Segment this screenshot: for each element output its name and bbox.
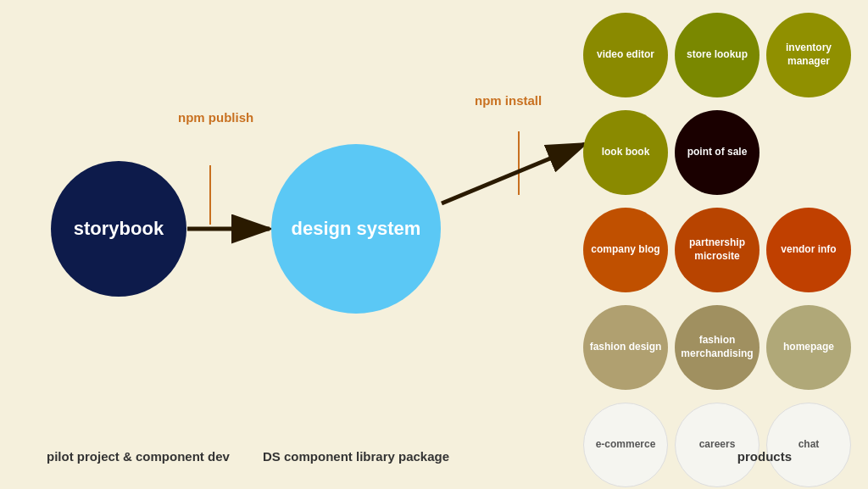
diagram-container: storybook npm publish design system npm … (0, 0, 868, 489)
design-system-label: design system (292, 218, 421, 240)
bubble-fashion-design: fashion design (583, 305, 668, 390)
bubble-vendor-info: vendor info (766, 208, 851, 292)
bubble-look-book: look book (583, 110, 668, 195)
npm-install-label: npm install (475, 93, 542, 108)
npm-publish-label: npm publish (178, 110, 253, 125)
products-grid: video editor store lookup inventory mana… (583, 13, 851, 489)
bubble-chat: chat (766, 403, 851, 487)
label-pilot: pilot project & component dev (47, 449, 230, 464)
bubble-point-of-sale: point of sale (675, 110, 760, 195)
storybook-circle: storybook (51, 161, 186, 297)
bubble-homepage: homepage (766, 305, 851, 390)
bubble-careers: careers (675, 403, 760, 487)
bubble-partnership-microsite: partnership microsite (675, 208, 760, 292)
ds-to-products-arrow (442, 144, 585, 203)
empty-cell-1 (766, 110, 851, 195)
label-products: products (737, 449, 792, 464)
bubble-fashion-merchandising: fashion merchandising (675, 305, 760, 390)
bubble-ecommerce: e-commerce (583, 403, 668, 487)
bubble-store-lookup: store lookup (675, 13, 760, 97)
design-system-circle: design system (271, 144, 441, 314)
bubble-video-editor: video editor (583, 13, 668, 97)
bubble-inventory-manager: inventory manager (766, 13, 851, 97)
bubble-company-blog: company blog (583, 208, 668, 292)
storybook-label: storybook (74, 218, 164, 240)
label-ds: DS component library package (263, 449, 449, 464)
